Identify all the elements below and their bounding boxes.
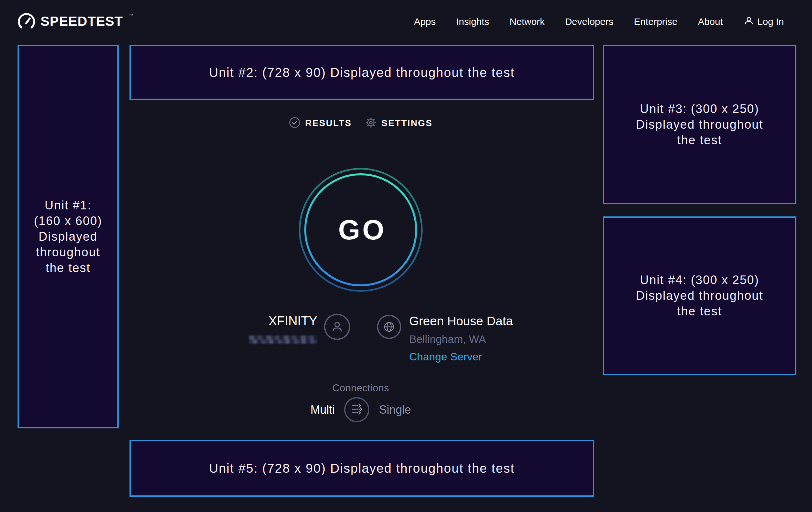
connections-multi-label[interactable]: Multi (310, 403, 335, 416)
connections-toggle-row: Multi Single (119, 397, 603, 422)
provider-row: XFINITY Green House Data Bellin (119, 315, 603, 362)
server-group: Green House Data Bellingham, WA Change S… (377, 315, 513, 362)
server-name[interactable]: Green House Data (409, 315, 513, 327)
login-button[interactable]: Log In (744, 16, 784, 28)
tab-results[interactable]: RESULTS (289, 117, 352, 130)
connections-single-label[interactable]: Single (379, 403, 411, 416)
isp-detail-redacted (249, 335, 317, 344)
ad-unit-3: Unit #3: (300 x 250)Displayed throughout… (603, 45, 796, 204)
connection-mode-toggle[interactable] (344, 397, 369, 422)
server-location: Bellingham, WA (409, 333, 513, 345)
tab-results-label: RESULTS (305, 118, 352, 128)
speedtest-page: { "header": { "logo_text": "SPEEDTEST", … (0, 0, 812, 512)
isp-name: XFINITY (248, 315, 317, 327)
check-circle-icon (289, 117, 300, 130)
main-content: RESULTS SETTINGS (119, 0, 603, 512)
isp-block: XFINITY (248, 315, 317, 345)
ad-unit-4: Unit #4: (300 x 250)Displayed throughout… (603, 216, 796, 375)
nav-item-enterprise[interactable]: Enterprise (634, 16, 677, 27)
change-server-link[interactable]: Change Server (409, 351, 482, 362)
server-info: Green House Data Bellingham, WA Change S… (409, 315, 513, 362)
ad-unit-4-text: Unit #4: (300 x 250)Displayed throughout… (636, 272, 763, 319)
logo[interactable]: SPEEDTEST ™ (18, 12, 133, 31)
login-label: Log In (757, 16, 784, 27)
ad-unit-3-text: Unit #3: (300 x 250)Displayed throughout… (636, 101, 763, 148)
connections-title: Connections (119, 382, 603, 394)
ad-unit-1-text: Unit #1:(160 x 600)Displayedthroughoutth… (34, 197, 102, 276)
tab-settings[interactable]: SETTINGS (365, 117, 433, 130)
isp-group: XFINITY (248, 315, 350, 345)
tab-settings-label: SETTINGS (381, 118, 433, 128)
user-icon (744, 16, 754, 28)
multi-connection-arrows-icon (349, 402, 365, 418)
server-globe-icon (377, 315, 401, 339)
ad-unit-1: Unit #1:(160 x 600)Displayedthroughoutth… (18, 45, 119, 428)
logo-text: SPEEDTEST (40, 12, 123, 30)
isp-user-icon (324, 314, 350, 340)
nav-item-about[interactable]: About (698, 16, 723, 27)
go-button-label: GO (298, 167, 424, 293)
gear-icon (365, 117, 377, 130)
go-button[interactable]: GO (298, 167, 424, 293)
speedtest-gauge-icon (18, 12, 35, 31)
tabs-bar: RESULTS SETTINGS (119, 117, 603, 130)
